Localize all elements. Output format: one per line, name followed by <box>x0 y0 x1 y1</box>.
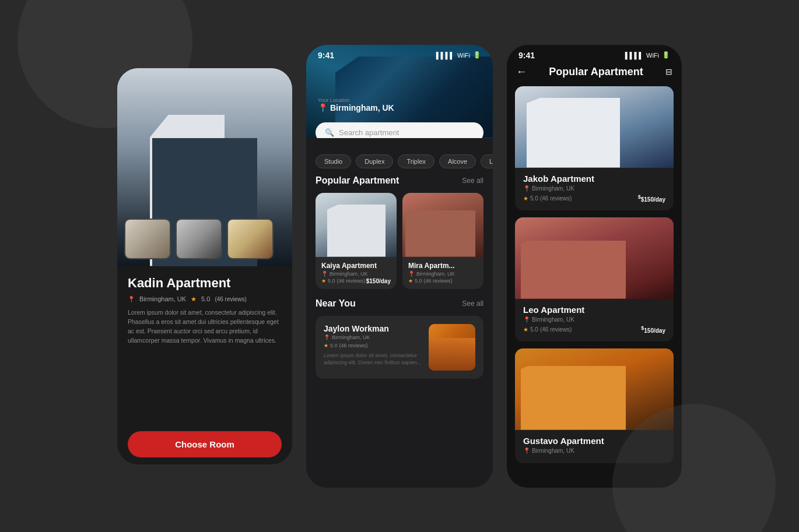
star-icon: ★ <box>408 278 413 284</box>
near-card-1[interactable]: Jaylon Workman 📍 Birmingham, UK ★ 5.0 (4… <box>316 316 483 379</box>
near-card-location: 📍 Birmingham, UK <box>324 334 422 340</box>
thumbnail-2[interactable] <box>176 219 222 259</box>
popular-section-title: Popular Apartment <box>316 175 399 186</box>
chip-alcove[interactable]: Alcove <box>439 154 476 168</box>
location-label: Your Location <box>318 97 481 103</box>
page-header: ← Popular Apartment ⊟ <box>507 64 682 86</box>
chip-triplex[interactable]: Triplex <box>398 154 434 168</box>
window <box>201 201 212 210</box>
window <box>170 188 182 198</box>
star-icon: ★ <box>523 326 528 333</box>
browse-body: Studio Duplex Triplex Alcove Loft Co... … <box>306 138 493 488</box>
chip-studio[interactable]: Studio <box>316 154 351 168</box>
filter-chips-row: Studio Duplex Triplex Alcove Loft Co... <box>306 154 493 175</box>
near-section-header: Near You See all <box>306 298 493 316</box>
list-item-1-location: 📍 Birmingham, UK <box>523 185 665 192</box>
near-card-rating: ★ 5.0 (46 reviews) <box>324 343 422 348</box>
apartment-location: Birmingham, UK <box>139 295 186 302</box>
window <box>201 188 212 198</box>
thumbnail-row <box>117 219 292 259</box>
wifi-icon-3: WiFi <box>646 52 659 59</box>
location-value: 📍 Birmingham, UK <box>318 103 481 112</box>
status-icons-3: ▌▌▌▌ WiFi 🔋 <box>625 51 670 59</box>
location-icon: 📍 <box>128 296 135 302</box>
list-item-2-info: Leo Apartment 📍 Birmingham, UK ★ 5.0 (46… <box>515 299 674 341</box>
apartment-card-1-rating: ★ 5.0 (46 reviews) <box>321 278 366 284</box>
phone-list: 9:41 ▌▌▌▌ WiFi 🔋 ← Popular Apartment ⊟ J… <box>507 45 682 488</box>
popular-see-all[interactable]: See all <box>462 177 483 185</box>
apartment-card-2-bottom: ★ 5.0 (46 reviews) <box>408 278 478 284</box>
list-item-2-location: 📍 Birmingham, UK <box>523 316 665 323</box>
apartment-meta: 📍 Birmingham, UK ★ 5.0 (46 reviews) <box>128 295 282 303</box>
loc-pin-icon: 📍 <box>523 448 530 454</box>
list-item-1[interactable]: Jakob Apartment 📍 Birmingham, UK ★ 5.0 (… <box>515 86 674 210</box>
chip-loft[interactable]: Loft <box>481 154 493 168</box>
search-bar[interactable]: 🔍 Search apartment <box>316 122 483 138</box>
apartment-title: Kadin Apartment <box>128 276 282 291</box>
location-text: Birmingham, UK <box>330 103 394 112</box>
apartment-card-1[interactable]: Kaiya Apartment 📍 Birmingham, UK ★ 5.0 (… <box>316 193 397 289</box>
signal-icon-3: ▌▌▌▌ <box>625 52 643 59</box>
choose-room-button[interactable]: Choose Room <box>128 431 282 457</box>
apartment-list: Jakob Apartment 📍 Birmingham, UK ★ 5.0 (… <box>507 86 682 488</box>
search-icon: 🔍 <box>325 128 334 137</box>
hero-image <box>117 68 292 266</box>
apartment-card-1-price: $150/day <box>366 278 391 284</box>
thumbnail-3[interactable] <box>227 219 274 259</box>
back-button[interactable]: ← <box>516 66 527 78</box>
apartment-cards-row: Kaiya Apartment 📍 Birmingham, UK ★ 5.0 (… <box>306 193 493 298</box>
list-item-2-rating: ★ 5.0 (46 reviews) <box>523 326 572 333</box>
apartment-card-2[interactable]: Mira Apartm... 📍 Birmingham, UK ★ 5.0 (4… <box>402 193 483 289</box>
list-item-1-price: $$150/day <box>638 194 665 203</box>
star-icon: ★ <box>191 295 197 303</box>
list-item-2[interactable]: Leo Apartment 📍 Birmingham, UK ★ 5.0 (46… <box>515 217 674 341</box>
window <box>155 201 167 210</box>
list-item-3-info: Gustavo Apartment 📍 Birmingham, UK <box>515 430 674 463</box>
status-bar-3: 9:41 ▌▌▌▌ WiFi 🔋 <box>507 45 682 64</box>
list-item-1-bottom: ★ 5.0 (46 reviews) $$150/day <box>523 194 665 203</box>
near-card-text: Jaylon Workman 📍 Birmingham, UK ★ 5.0 (4… <box>324 324 422 367</box>
list-item-1-info: Jakob Apartment 📍 Birmingham, UK ★ 5.0 (… <box>515 168 674 210</box>
near-section-title: Near You <box>316 298 356 309</box>
list-item-3-name: Gustavo Apartment <box>523 436 665 446</box>
loc-pin-icon: 📍 <box>523 185 530 192</box>
battery-icon: 🔋 <box>473 51 481 59</box>
status-time-3: 9:41 <box>518 51 535 60</box>
popular-section-header: Popular Apartment See all <box>306 175 493 193</box>
list-item-3-location: 📍 Birmingham, UK <box>523 448 665 454</box>
hero-banner: 9:41 ▌▌▌▌ WiFi 🔋 Your Location 📍 Birming… <box>306 45 493 138</box>
list-item-1-rating: ★ 5.0 (46 reviews) <box>523 195 572 202</box>
star-icon: ★ <box>523 195 528 202</box>
thumbnail-1[interactable] <box>124 219 171 259</box>
loc-pin-icon: 📍 <box>324 334 330 340</box>
apartment-card-2-info: Mira Apartm... 📍 Birmingham, UK ★ 5.0 (4… <box>402 257 483 288</box>
search-placeholder: Search apartment <box>339 128 399 137</box>
chip-duplex[interactable]: Duplex <box>356 154 393 168</box>
list-item-3[interactable]: Gustavo Apartment 📍 Birmingham, UK <box>515 348 674 463</box>
apartment-card-2-location: 📍 Birmingham, UK <box>408 271 478 277</box>
apartment-reviews: (46 reviews) <box>215 296 246 302</box>
apartment-details: Kadin Apartment 📍 Birmingham, UK ★ 5.0 (… <box>117 266 292 464</box>
loc-pin-icon: 📍 <box>408 271 415 277</box>
near-see-all[interactable]: See all <box>462 300 483 308</box>
filter-icon[interactable]: ⊟ <box>665 67 672 76</box>
apartment-card-1-image <box>316 193 397 257</box>
loc-pin-icon: 📍 <box>523 316 530 323</box>
window <box>155 188 167 198</box>
apartment-card-1-location: 📍 Birmingham, UK <box>321 271 391 277</box>
list-item-1-name: Jakob Apartment <box>523 174 665 184</box>
apartment-card-2-rating: ★ 5.0 (46 reviews) <box>408 278 453 284</box>
near-card-image <box>429 324 475 371</box>
window <box>185 201 197 210</box>
apartment-card-1-name: Kaiya Apartment <box>321 262 391 270</box>
location-container: Your Location 📍 Birmingham, UK <box>306 93 493 115</box>
star-icon: ★ <box>321 278 326 284</box>
phone-search: 9:41 ▌▌▌▌ WiFi 🔋 Your Location 📍 Birming… <box>306 45 493 488</box>
location-pin-icon: 📍 <box>318 103 328 112</box>
list-item-3-image <box>515 348 674 430</box>
near-you-section: Jaylon Workman 📍 Birmingham, UK ★ 5.0 (4… <box>306 316 493 488</box>
loc-pin-icon: 📍 <box>321 271 328 277</box>
list-item-1-image <box>515 86 674 168</box>
status-bar: 9:41 ▌▌▌▌ WiFi 🔋 <box>306 45 493 64</box>
wifi-icon: WiFi <box>457 52 470 59</box>
